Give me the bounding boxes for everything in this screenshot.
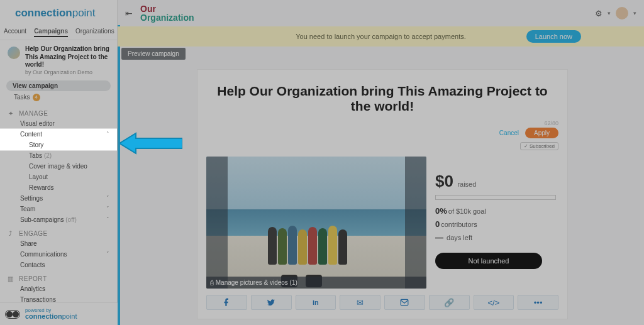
- topbar: ⇤ Our Organization ⚙▾ ▾: [118, 0, 644, 26]
- campaign-title: Help Our Organization bring This Amazing…: [25, 45, 112, 69]
- tasks-count-badge: 4: [33, 94, 40, 101]
- nav-content-story[interactable]: Story: [15, 140, 111, 150]
- share-link[interactable]: 🔗: [429, 295, 470, 310]
- nav-visual-editor[interactable]: Visual editor: [6, 118, 111, 129]
- tab-organizations[interactable]: Organizations: [75, 26, 114, 37]
- nav-communications[interactable]: Communications˅: [6, 249, 111, 260]
- nav-content-layout[interactable]: Layout: [15, 172, 111, 182]
- share-twitter[interactable]: [251, 295, 292, 310]
- launch-banner: You need to launch your campaign to acce…: [118, 26, 644, 47]
- campaign-header[interactable]: Help Our Organization bring This Amazing…: [0, 40, 117, 77]
- section-manage: ✦ MANAGE: [6, 105, 111, 118]
- share-embed[interactable]: </>: [474, 295, 514, 310]
- campaign-stats: $0 raised 0%of $10k goal 0contributors —…: [435, 157, 558, 289]
- chevron-up-icon: ˄: [106, 131, 109, 137]
- tab-campaigns[interactable]: Campaigns: [34, 26, 68, 37]
- scroll-indicator[interactable]: [118, 25, 120, 325]
- collapse-sidebar-icon[interactable]: ⇤: [125, 8, 133, 18]
- share-email[interactable]: [384, 295, 425, 310]
- nav-settings[interactable]: Settings˅: [6, 193, 111, 204]
- share-bar: in ✉ 🔗 </> •••: [197, 289, 567, 319]
- page-title[interactable]: Help Our Organization bring This Amazing…: [197, 70, 567, 120]
- brand-logo[interactable]: connectionpoint: [0, 0, 117, 26]
- gear-icon[interactable]: ⚙: [595, 9, 602, 18]
- share-linkedin[interactable]: in: [296, 295, 336, 310]
- cancel-button[interactable]: Cancel: [499, 129, 519, 136]
- progress-bar: [435, 195, 556, 200]
- section-engage: ⤴ ENGAGE: [6, 225, 111, 238]
- amount-raised: $0: [435, 172, 453, 191]
- org-logo[interactable]: Our Organization: [140, 4, 194, 22]
- banner-text: You need to launch your campaign to acce…: [296, 33, 466, 40]
- share-icon: ⤴: [6, 230, 15, 237]
- tab-account[interactable]: Account: [4, 26, 26, 37]
- section-report: ▥ REPORT: [6, 270, 111, 284]
- cover-image[interactable]: ⎙ Manage pictures & videos (1): [206, 157, 426, 289]
- chevron-down-icon: ˅: [106, 251, 109, 257]
- sidebar-tasks[interactable]: Tasks 4: [0, 91, 117, 105]
- apply-button[interactable]: Apply: [525, 128, 558, 138]
- chevron-down-icon: ˅: [106, 195, 109, 201]
- sidebar-footer: powered by connectionpoint: [0, 302, 118, 325]
- nav-content-cover[interactable]: Cover image & video: [15, 161, 111, 172]
- chevron-down-icon: ˅: [106, 216, 109, 223]
- sidebar: connectionpoint Account Campaigns Organi…: [0, 0, 118, 325]
- campaign-card: Help Our Organization bring This Amazing…: [197, 69, 568, 319]
- nav-contacts[interactable]: Contacts: [6, 260, 111, 270]
- nav-content-tabs[interactable]: Tabs (2): [15, 150, 111, 161]
- svg-marker-1: [119, 133, 182, 153]
- main-area: ⇤ Our Organization ⚙▾ ▾ You need to laun…: [118, 0, 644, 325]
- nav-analytics[interactable]: Analytics: [6, 284, 111, 294]
- subscribed-chip[interactable]: ✓ Subscribed: [520, 142, 558, 150]
- wrench-icon: ✦: [6, 110, 15, 117]
- account-tabs: Account Campaigns Organizations Enterpri…: [0, 26, 117, 40]
- view-campaign-button[interactable]: View campaign: [6, 80, 111, 91]
- callout-arrow-icon: [119, 132, 182, 155]
- status-badge: Not launched: [435, 253, 542, 269]
- nav-content-rewards[interactable]: Rewards: [15, 182, 111, 193]
- chevron-down-icon[interactable]: ▾: [633, 10, 636, 16]
- nav-team[interactable]: Team˅: [6, 204, 111, 214]
- avatar[interactable]: [616, 7, 628, 19]
- nav-share[interactable]: Share: [6, 238, 111, 249]
- theme-toggle[interactable]: [5, 310, 20, 319]
- svg-rect-0: [401, 299, 409, 305]
- tasks-label: Tasks: [14, 94, 30, 101]
- chart-icon: ▥: [6, 275, 15, 282]
- char-counter: 62/80: [197, 120, 567, 128]
- share-messenger[interactable]: ✉: [340, 295, 380, 310]
- chevron-down-icon: ˅: [106, 206, 109, 212]
- campaign-byline: by Our Organization Demo: [25, 69, 112, 75]
- share-facebook[interactable]: [206, 295, 247, 310]
- campaign-thumb: [8, 47, 20, 59]
- launch-now-button[interactable]: Launch now: [526, 30, 581, 43]
- nav-subcampaigns[interactable]: Sub-campaigns (off) ˅: [6, 214, 111, 225]
- share-more[interactable]: •••: [518, 295, 558, 310]
- chevron-down-icon[interactable]: ▾: [608, 10, 611, 16]
- preview-campaign-button[interactable]: Preview campaign: [121, 48, 186, 60]
- manage-media-button[interactable]: ⎙ Manage pictures & videos (1): [206, 277, 426, 289]
- nav-content[interactable]: Content ˄: [6, 129, 111, 140]
